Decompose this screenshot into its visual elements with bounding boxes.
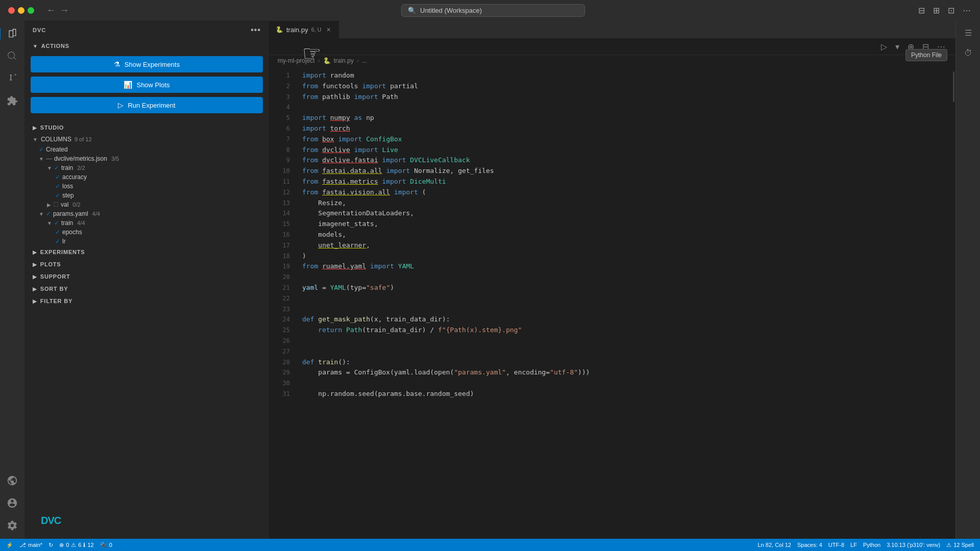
status-version[interactable]: 3.10.13 ('p310': venv)	[887, 542, 940, 548]
filter-by-section[interactable]: ▶ FILTER BY	[24, 295, 269, 307]
breadcrumb-file[interactable]: train.py	[334, 57, 354, 64]
editor-tab-train-py[interactable]: 🐍 train.py 6, U ×	[270, 21, 339, 38]
run-dropdown-button[interactable]: ▾	[893, 41, 901, 53]
plots-section[interactable]: ▶ PLOTS	[24, 258, 269, 270]
activity-extensions[interactable]	[3, 92, 21, 110]
run-icon: ▷	[118, 101, 124, 109]
git-branch-icon: ⎇	[19, 542, 26, 548]
breadcrumb-more[interactable]: ...	[362, 57, 367, 64]
spell-text: 12 Spell	[953, 542, 974, 548]
show-plots-label: Show Plots	[136, 81, 169, 89]
column-train[interactable]: ▼ ✓ train 2/2	[24, 163, 269, 172]
columns-label: COLUMNS	[41, 136, 71, 143]
status-errors[interactable]: ⊗ 0 ⚠ 6 ℹ 12	[59, 542, 94, 548]
show-experiments-button[interactable]: ⚗ Show Experiments	[31, 56, 263, 72]
status-encoding[interactable]: UTF-8	[828, 542, 844, 548]
column-step-label: step	[62, 192, 74, 199]
expand-icon: ▼	[39, 156, 44, 162]
status-spell[interactable]: ⚠ 12 Spell	[946, 542, 974, 548]
activity-search[interactable]	[3, 47, 21, 65]
dvc-logo-container: DVC	[24, 307, 269, 539]
code-line-15: 15 imagenet_stats,	[270, 219, 948, 230]
unchecked-icon: ☐	[53, 201, 59, 208]
minimize-button[interactable]	[18, 7, 24, 14]
status-sync[interactable]: ↻	[48, 542, 53, 548]
panels-icon[interactable]: ⊡	[947, 5, 955, 16]
status-branch[interactable]: ⎇ main*	[19, 542, 42, 548]
params-train-badge: 4/4	[77, 220, 85, 226]
status-line-ending[interactable]: LF	[850, 542, 857, 548]
nav-forward-button[interactable]: →	[60, 5, 69, 16]
close-button[interactable]	[8, 7, 15, 14]
activity-settings[interactable]	[3, 516, 21, 535]
sort-by-section[interactable]: ▶ SORT BY	[24, 283, 269, 295]
code-line-30: 30	[270, 378, 948, 389]
column-dvclive-metrics[interactable]: ▼ — dvclive/metrics.json 3/5	[24, 154, 269, 163]
tab-close-button[interactable]: ×	[325, 26, 333, 34]
columns-header[interactable]: ▼ COLUMNS 9 of 12	[24, 134, 269, 145]
show-plots-button[interactable]: 📊 Show Plots	[31, 77, 263, 93]
expand-icon: ▼	[39, 211, 44, 217]
workspace-title: Untitled (Workspace)	[420, 7, 482, 14]
status-language[interactable]: Python	[863, 542, 880, 548]
sidebar-more-button[interactable]: •••	[251, 26, 261, 35]
split-icon[interactable]: ⊞	[932, 5, 941, 16]
code-line-19: 19 from ruamel.yaml import YAML	[270, 261, 948, 272]
status-position[interactable]: Ln 82, Col 12	[758, 542, 791, 548]
studio-section-header[interactable]: ▶ STUDIO	[24, 121, 269, 134]
column-params-label: params.yaml	[53, 210, 88, 217]
column-epochs[interactable]: ✓ epochs	[24, 228, 269, 237]
studio-label: STUDIO	[40, 124, 64, 131]
run-experiment-button[interactable]: ▷ Run Experiment	[31, 97, 263, 113]
breadcrumb-project[interactable]: my-ml-project	[278, 57, 315, 64]
check-icon: ✓	[55, 229, 60, 236]
support-chevron-icon: ▶	[33, 274, 37, 280]
activity-source-control[interactable]	[3, 69, 21, 88]
code-line-2: 2 from functools import partial	[270, 81, 948, 92]
code-line-1: 1 import random	[270, 70, 948, 81]
status-spaces[interactable]: Spaces: 4	[797, 542, 822, 548]
column-accuracy[interactable]: ✓ accuracy	[24, 172, 269, 182]
status-port[interactable]: 🔌 0	[100, 542, 112, 548]
column-lr[interactable]: ✓ lr	[24, 237, 269, 246]
titlebar-nav: ← →	[46, 5, 69, 16]
code-line-8: 8 from dvclive import Live	[270, 145, 948, 156]
plots-icon: 📊	[124, 81, 132, 89]
column-lr-label: lr	[62, 238, 66, 245]
status-remote[interactable]: ⚡	[6, 542, 13, 548]
activity-explorer[interactable]	[3, 24, 21, 43]
run-button[interactable]: ▷	[879, 41, 889, 53]
activity-remote[interactable]	[3, 471, 21, 490]
sort-by-chevron-icon: ▶	[33, 286, 37, 292]
timeline-icon[interactable]: ⏱	[960, 45, 976, 61]
column-accuracy-label: accuracy	[62, 173, 87, 181]
column-loss[interactable]: ✓ loss	[24, 182, 269, 191]
column-params-train[interactable]: ▼ ✓ train 4/4	[24, 218, 269, 228]
activity-account[interactable]	[3, 494, 21, 512]
python-file-badge: Python File	[905, 49, 947, 61]
support-section[interactable]: ▶ SUPPORT	[24, 270, 269, 283]
actions-chevron-icon: ▼	[33, 43, 38, 49]
scrollbar-thumb[interactable]	[953, 71, 954, 102]
activity-bar	[0, 20, 24, 539]
nav-back-button[interactable]: ←	[46, 5, 56, 16]
editor-scrollbar[interactable]	[948, 66, 955, 539]
breadcrumb-file-icon: 🐍	[323, 57, 331, 64]
column-step[interactable]: ✓ step	[24, 191, 269, 200]
experiments-section[interactable]: ▶ EXPERIMENTS	[24, 246, 269, 258]
status-bar: ⚡ ⎇ main* ↻ ⊗ 0 ⚠ 6 ℹ 12 🔌 0 Ln 82, Col …	[0, 539, 980, 551]
actions-label: ACTIONS	[41, 43, 69, 49]
more-icon[interactable]: ⋯	[962, 5, 972, 16]
outline-icon[interactable]: ☰	[960, 24, 976, 41]
actions-section-header[interactable]: ▼ ACTIONS	[24, 40, 269, 52]
code-editor[interactable]: 1 import random 2 from functools import …	[270, 66, 948, 539]
column-created[interactable]: ✓ Created	[24, 145, 269, 154]
search-bar[interactable]: 🔍 Untitled (Workspace)	[401, 4, 585, 17]
maximize-button[interactable]	[28, 7, 34, 14]
layout-icon[interactable]: ⊟	[917, 5, 926, 16]
code-line-11: 11 from fastai.metrics import DiceMulti	[270, 177, 948, 187]
column-val[interactable]: ▶ ☐ val 0/2	[24, 200, 269, 209]
column-params-yaml[interactable]: ▼ ✓ params.yaml 4/4	[24, 209, 269, 218]
code-line-12: 12 from fastai.vision.all import (	[270, 187, 948, 198]
code-line-27: 27	[270, 346, 948, 357]
